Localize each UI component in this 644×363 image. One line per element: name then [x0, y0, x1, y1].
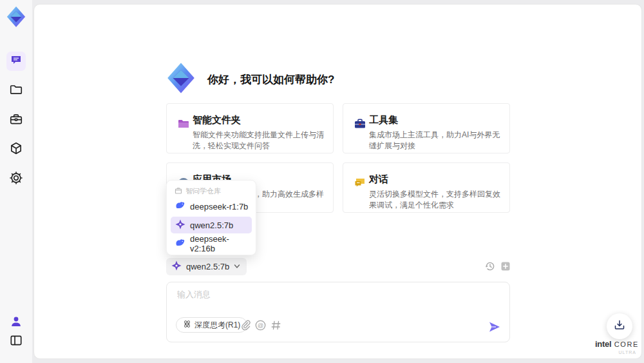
model-dropdown-header-label: 智问学仓库 [185, 186, 221, 196]
dialog-icon [354, 177, 366, 190]
gear-icon [9, 171, 23, 188]
toolset-icon [354, 117, 366, 130]
message-input[interactable] [177, 289, 499, 315]
card-title: 工具集 [369, 114, 398, 126]
briefcase-icon [9, 112, 23, 129]
sidebar-item-chat[interactable] [6, 52, 26, 71]
qwen-icon [171, 260, 182, 273]
model-selector-button[interactable]: qwen2.5:7b [166, 258, 247, 275]
sidebar-item-toolbox[interactable] [6, 111, 26, 130]
sidebar-item-folders[interactable] [6, 81, 26, 101]
smart-folder-icon [177, 117, 190, 130]
send-icon[interactable] [488, 320, 502, 334]
deep-think-toggle[interactable]: 深度思考(R1) [176, 317, 247, 333]
sidebar-item-collapse[interactable] [6, 332, 26, 351]
model-option-label: qwen2.5:7b [190, 221, 233, 230]
model-option-label: deepseek-v2:16b [190, 234, 252, 253]
mention-icon[interactable]: @ [255, 320, 266, 331]
prompt-grid-icon[interactable] [270, 320, 281, 331]
chat-bubble-icon [10, 54, 23, 69]
card-title: 对话 [369, 173, 388, 186]
card-title: 智能文件夹 [193, 114, 241, 126]
deepseek-icon [175, 201, 185, 213]
sidebar-item-settings[interactable] [6, 170, 26, 189]
user-icon [10, 315, 23, 331]
core-wordmark: CORE [614, 340, 639, 348]
deep-think-label: 深度思考(R1) [194, 320, 240, 331]
model-option-label: deepseek-r1:7b [190, 202, 248, 211]
download-fab-button[interactable] [607, 313, 632, 339]
model-dropdown: 智问学仓库 deepseek-r1:7b qwen2.5:7b deepseek… [166, 180, 256, 255]
download-icon [614, 319, 625, 333]
model-selector-label: qwen2.5:7b [186, 262, 229, 271]
card-description: 灵活切换多模型文件，支持多样回复效果调试，满足个性化需求 [369, 189, 502, 211]
intel-wordmark: intel [595, 339, 611, 349]
intel-core-logo: intel CORE ULTRA [594, 338, 640, 355]
model-option-deepseek-v2[interactable]: deepseek-v2:16b [171, 235, 252, 252]
sidebar-item-models[interactable] [6, 140, 26, 159]
composer: 深度思考(R1) @ [166, 282, 510, 342]
feature-card-dialog[interactable]: 对话 灵活切换多模型文件，支持多样回复效果调试，满足个性化需求 [343, 162, 510, 213]
feature-card-toolset[interactable]: 工具集 集成市场上主流工具，助力AI与外界无缝扩展与对接 [343, 103, 510, 153]
sidebar-item-account[interactable] [6, 313, 26, 333]
greeting-title: 你好，我可以如何帮助你? [207, 72, 334, 87]
history-icon[interactable] [484, 260, 496, 272]
card-description: 集成市场上主流工具，助力AI与外界无缝扩展与对接 [369, 130, 502, 152]
panel-layout-icon [9, 333, 23, 350]
ultra-wordmark: ULTRA [594, 350, 640, 355]
qwen-icon [175, 219, 185, 231]
deepseek-icon [175, 238, 185, 250]
sidebar [0, 0, 32, 363]
attachment-icon[interactable] [240, 320, 251, 331]
atom-icon [183, 320, 191, 330]
folder-icon [9, 83, 23, 99]
new-chat-icon[interactable] [500, 260, 511, 272]
hero-logo-icon [165, 62, 197, 94]
model-option-deepseek-r1[interactable]: deepseek-r1:7b [171, 198, 252, 215]
model-option-qwen[interactable]: qwen2.5:7b [171, 217, 252, 233]
model-dropdown-header: 智问学仓库 [175, 186, 221, 196]
svg-text:@: @ [258, 322, 263, 329]
app-logo-icon [5, 6, 27, 28]
chevron-down-icon [234, 262, 240, 271]
cube-icon [9, 141, 23, 158]
feature-card-smart-folder[interactable]: 智能文件夹 智能文件夹功能支持批量文件上传与清洗，轻松实现文件问答 [166, 103, 334, 153]
card-description: 智能文件夹功能支持批量文件上传与清洗，轻松实现文件问答 [193, 130, 325, 152]
repository-icon [175, 187, 182, 196]
